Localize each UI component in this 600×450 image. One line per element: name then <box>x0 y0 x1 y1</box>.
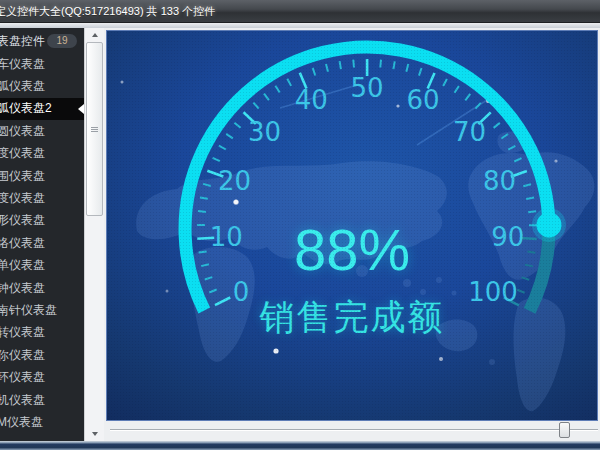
sidebar-item-label: 单仪表盘 <box>0 257 45 274</box>
arrow-down-icon <box>92 432 98 436</box>
sidebar-item-label: 圆仪表盘 <box>0 123 45 140</box>
sidebar-item-label: 车仪表盘 <box>0 56 45 73</box>
sidebar-item[interactable]: 单仪表盘 <box>0 255 84 277</box>
scrollbar-grip-icon <box>91 127 98 132</box>
sidebar-count-badge: 19 <box>47 34 77 48</box>
svg-text:50: 50 <box>351 73 384 103</box>
sidebar-item-label: 南针仪表盘 <box>0 302 57 319</box>
sidebar-item[interactable]: 弧仪表盘2 <box>0 98 84 120</box>
main-area: 0102030405060708090100 88% 销售完成额 <box>104 28 600 443</box>
sidebar-scrollbar[interactable] <box>84 28 104 441</box>
svg-text:40: 40 <box>295 85 328 115</box>
gauge-panel: 0102030405060708090100 88% 销售完成额 <box>106 30 598 421</box>
sidebar-item[interactable]: 度仪表盘 <box>0 143 84 165</box>
sidebar-item[interactable]: 钟仪表盘 <box>0 277 84 299</box>
slider-groove <box>110 429 598 431</box>
window-bottom-border <box>0 441 600 450</box>
sidebar: 表盘控件 19 车仪表盘弧仪表盘弧仪表盘2圆仪表盘度仪表盘围仪表盘度仪表盘形仪表… <box>0 28 84 441</box>
gauge-caption: 销售完成额 <box>107 297 597 337</box>
sidebar-item[interactable]: 机仪表盘 <box>0 389 84 411</box>
svg-text:60: 60 <box>406 85 439 115</box>
sidebar-item[interactable]: 度仪表盘 <box>0 187 84 209</box>
sidebar-item-label: 你仪表盘 <box>0 347 45 364</box>
svg-text:20: 20 <box>218 166 251 196</box>
svg-text:70: 70 <box>453 117 486 147</box>
sidebar-list: 车仪表盘弧仪表盘弧仪表盘2圆仪表盘度仪表盘围仪表盘度仪表盘形仪表盘络仪表盘单仪表… <box>0 53 84 434</box>
sidebar-item-label: 钟仪表盘 <box>0 280 45 297</box>
sidebar-item[interactable]: 围仪表盘 <box>0 165 84 187</box>
sidebar-item[interactable]: 弧仪表盘 <box>0 75 84 97</box>
sidebar-item[interactable]: 形仪表盘 <box>0 210 84 232</box>
sidebar-item-label: 环仪表盘 <box>0 369 45 386</box>
arrow-up-icon <box>92 33 98 37</box>
sidebar-item-label: 弧仪表盘2 <box>0 100 52 117</box>
sidebar-item-label: 度仪表盘 <box>0 145 45 162</box>
sidebar-item[interactable]: 络仪表盘 <box>0 232 84 254</box>
sidebar-item-label: 络仪表盘 <box>0 235 45 252</box>
value-slider[interactable] <box>104 421 600 441</box>
sidebar-header: 表盘控件 19 <box>0 28 84 53</box>
sidebar-item-label: M仪表盘 <box>0 414 43 431</box>
scrollbar-down-button[interactable] <box>85 427 104 441</box>
svg-text:80: 80 <box>483 166 516 196</box>
sidebar-item-label: 弧仪表盘 <box>0 78 45 95</box>
app-window: 定义控件大全(QQ:517216493) 共 133 个控件 表盘控件 19 车… <box>0 0 600 450</box>
sidebar-item-label: 形仪表盘 <box>0 212 45 229</box>
scrollbar-up-button[interactable] <box>85 28 104 42</box>
sidebar-item[interactable]: 南针仪表盘 <box>0 299 84 321</box>
sidebar-item-label: 机仪表盘 <box>0 392 45 409</box>
gauge-value-text: 88% <box>107 220 597 280</box>
sidebar-item[interactable]: 车仪表盘 <box>0 53 84 75</box>
sidebar-item[interactable]: 你仪表盘 <box>0 344 84 366</box>
sidebar-item-label: 围仪表盘 <box>0 168 45 185</box>
sidebar-item-label: 度仪表盘 <box>0 190 45 207</box>
sidebar-item[interactable]: 转仪表盘 <box>0 322 84 344</box>
sidebar-item[interactable]: 圆仪表盘 <box>0 120 84 142</box>
svg-text:30: 30 <box>248 117 281 147</box>
sidebar-header-label: 表盘控件 <box>0 33 45 50</box>
slider-thumb[interactable] <box>559 422 570 438</box>
scrollbar-thumb[interactable] <box>86 42 103 216</box>
sidebar-item[interactable]: 环仪表盘 <box>0 366 84 388</box>
titlebar: 定义控件大全(QQ:517216493) 共 133 个控件 <box>0 0 600 23</box>
sidebar-item-label: 转仪表盘 <box>0 324 45 341</box>
window-title: 定义控件大全(QQ:517216493) 共 133 个控件 <box>0 0 215 19</box>
sidebar-item[interactable]: M仪表盘 <box>0 411 84 433</box>
